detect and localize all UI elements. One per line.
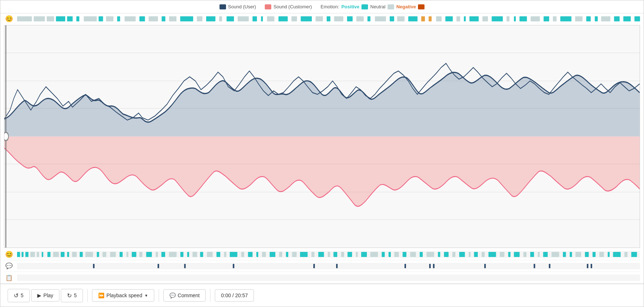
svg-rect-48 <box>519 16 527 21</box>
svg-rect-13 <box>162 16 165 21</box>
svg-rect-166 <box>534 264 535 268</box>
svg-rect-123 <box>389 252 391 257</box>
svg-rect-156 <box>93 264 95 268</box>
svg-rect-45 <box>492 16 503 21</box>
play-button[interactable]: ▶ Play <box>31 289 59 302</box>
bottom-tracks: 😊 <box>0 249 644 283</box>
chat-track-row: 💬 <box>4 260 640 272</box>
top-emotion-track: 😊 <box>0 13 644 24</box>
time-current: 0:00 <box>221 293 231 298</box>
svg-rect-160 <box>313 264 315 268</box>
svg-rect-116 <box>334 252 337 257</box>
svg-rect-107 <box>262 252 265 257</box>
svg-rect-86 <box>103 252 106 257</box>
svg-rect-50 <box>544 16 549 21</box>
svg-rect-51 <box>553 16 556 21</box>
waveform-section[interactable] <box>4 25 640 248</box>
svg-rect-154 <box>631 252 637 257</box>
svg-rect-23 <box>267 16 274 21</box>
svg-rect-73 <box>22 252 24 257</box>
svg-rect-47 <box>514 16 516 21</box>
svg-rect-142 <box>538 252 540 257</box>
chat-track-bar <box>17 263 640 269</box>
svg-rect-89 <box>126 252 128 257</box>
svg-rect-102 <box>224 252 226 257</box>
bottom-emotion-bar <box>17 251 640 258</box>
svg-rect-97 <box>187 252 189 257</box>
svg-rect-143 <box>543 252 548 257</box>
svg-rect-10 <box>125 16 136 21</box>
svg-rect-114 <box>318 252 324 257</box>
svg-rect-32 <box>368 16 371 21</box>
legend-customer-label: Sound (Customer) <box>273 4 312 9</box>
svg-rect-77 <box>42 252 43 257</box>
svg-rect-96 <box>180 252 183 257</box>
svg-rect-54 <box>586 16 591 21</box>
legend-customer: Sound (Customer) <box>265 4 312 9</box>
svg-rect-33 <box>375 16 386 21</box>
svg-rect-3 <box>56 16 66 21</box>
svg-rect-90 <box>132 252 137 257</box>
svg-rect-94 <box>162 252 165 257</box>
svg-rect-144 <box>552 252 559 257</box>
play-label: Play <box>43 293 53 298</box>
note-icon: 📋 <box>4 273 14 283</box>
divider-3 <box>210 289 210 302</box>
svg-rect-93 <box>156 252 158 257</box>
svg-rect-80 <box>61 252 64 257</box>
svg-rect-6 <box>84 16 97 21</box>
svg-rect-164 <box>433 264 434 268</box>
svg-rect-112 <box>300 252 308 257</box>
legend-emotion: Emotion: Positive Neutral Negative <box>321 4 425 9</box>
controls-bar: ↺ 5 ▶ Play ↻ 5 ⏩ Playback speed ▼ 💬 Comm… <box>0 283 644 307</box>
svg-rect-37 <box>421 16 425 21</box>
svg-rect-159 <box>233 264 234 268</box>
note-track-bar <box>17 274 640 281</box>
svg-rect-5 <box>76 16 79 21</box>
svg-rect-41 <box>456 16 460 21</box>
svg-rect-82 <box>72 252 77 257</box>
svg-rect-165 <box>484 264 486 268</box>
svg-rect-72 <box>17 252 20 257</box>
svg-rect-151 <box>608 252 610 257</box>
svg-rect-140 <box>523 252 526 257</box>
svg-rect-119 <box>356 252 358 257</box>
svg-rect-169 <box>591 264 592 268</box>
svg-rect-16 <box>197 16 202 21</box>
playback-speed-button[interactable]: ⏩ Playback speed ▼ <box>92 289 154 302</box>
waveform-svg <box>4 25 640 248</box>
svg-rect-81 <box>67 252 69 257</box>
top-emotion-bar <box>17 16 640 22</box>
svg-rect-161 <box>336 264 338 268</box>
svg-rect-101 <box>217 252 220 257</box>
svg-rect-46 <box>506 16 509 21</box>
svg-rect-20 <box>238 16 249 21</box>
svg-rect-19 <box>226 16 234 21</box>
svg-rect-136 <box>489 252 496 257</box>
svg-rect-29 <box>334 16 343 21</box>
svg-rect-149 <box>593 252 595 257</box>
rewind-button[interactable]: ↺ 5 <box>8 289 30 302</box>
svg-rect-79 <box>53 252 59 257</box>
svg-rect-99 <box>200 252 203 257</box>
forward-button[interactable]: ↻ 5 <box>61 289 83 302</box>
svg-rect-92 <box>146 252 152 257</box>
svg-rect-122 <box>382 252 385 257</box>
forward-icon: ↻ <box>67 292 72 299</box>
svg-rect-158 <box>184 264 185 268</box>
svg-rect-133 <box>469 252 471 257</box>
play-icon: ▶ <box>37 293 41 298</box>
svg-rect-129 <box>438 252 440 257</box>
svg-rect-152 <box>613 252 621 257</box>
svg-rect-157 <box>158 264 159 268</box>
note-track-row: 📋 <box>4 272 640 283</box>
svg-rect-125 <box>403 252 406 257</box>
svg-rect-162 <box>405 264 406 268</box>
svg-rect-52 <box>560 16 572 21</box>
svg-rect-8 <box>106 16 113 21</box>
comment-button[interactable]: 💬 Comment <box>163 289 206 302</box>
svg-rect-124 <box>394 252 399 257</box>
svg-rect-14 <box>169 16 176 21</box>
svg-rect-132 <box>459 252 465 257</box>
svg-rect-104 <box>241 252 244 257</box>
